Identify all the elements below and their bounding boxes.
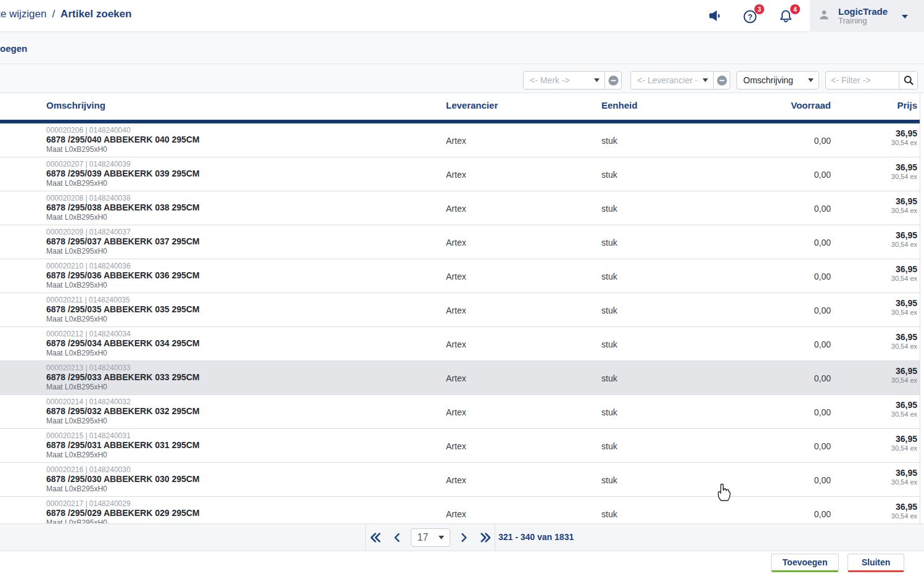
article-description-cell: 000020206 | 0148240040 6878 /295/040 ABB… bbox=[46, 126, 200, 154]
price-excl: 30,54 ex bbox=[891, 444, 917, 452]
price-cell: 36,95 30,54 ex bbox=[891, 468, 917, 486]
search-filter-group bbox=[825, 71, 918, 89]
supplier-cell: Artex bbox=[446, 441, 466, 451]
article-size: Maat L0xB295xH0 bbox=[46, 145, 200, 154]
stock-cell: 0,00 bbox=[814, 441, 831, 451]
unit-cell: stuk bbox=[601, 339, 617, 349]
top-bar: te wijzigen/Artikel zoeken ? 3 4 LogicTr bbox=[0, 0, 924, 32]
unit-cell: stuk bbox=[601, 475, 617, 485]
price-excl: 30,54 ex bbox=[891, 206, 917, 215]
table-row[interactable]: 000020213 | 0148240033 6878 /295/033 ABB… bbox=[0, 361, 920, 395]
stock-cell: 0,00 bbox=[814, 407, 831, 417]
clear-supplier-filter-button[interactable] bbox=[713, 72, 730, 89]
price-cell: 36,95 30,54 ex bbox=[891, 400, 917, 418]
article-name: 6878 /295/040 ABBEKERK 040 295CM bbox=[46, 135, 200, 145]
article-code: 000020207 | 0148240039 bbox=[46, 160, 200, 168]
table-row[interactable]: 000020211 | 0148240035 6878 /295/035 ABB… bbox=[0, 293, 920, 327]
price-excl: 30,54 ex bbox=[891, 512, 917, 520]
column-header-prijs[interactable]: Prijs bbox=[897, 100, 917, 110]
announcements-icon[interactable] bbox=[707, 8, 723, 24]
stock-cell: 0,00 bbox=[814, 339, 831, 349]
table-row[interactable]: 000020214 | 0148240032 6878 /295/032 ABB… bbox=[0, 395, 920, 429]
supplier-select[interactable]: <- Leverancier -> bbox=[631, 75, 697, 85]
article-size: Maat L0xB295xH0 bbox=[46, 485, 200, 493]
breadcrumb-current: Artikel zoeken bbox=[60, 8, 131, 20]
breadcrumb-parent[interactable]: te wijzigen bbox=[0, 8, 46, 20]
price-excl: 30,54 ex bbox=[891, 138, 917, 147]
article-name: 6878 /295/039 ABBEKERK 039 295CM bbox=[46, 168, 200, 179]
brand-select[interactable]: <- Merk -> bbox=[524, 75, 588, 85]
article-name: 6878 /295/032 ABBEKERK 032 295CM bbox=[46, 406, 200, 417]
table-row[interactable]: 000020216 | 0148240030 6878 /295/030 ABB… bbox=[0, 463, 920, 497]
stock-cell: 0,00 bbox=[814, 136, 831, 146]
first-page-icon[interactable] bbox=[368, 530, 384, 546]
page-number-select[interactable]: 17 bbox=[411, 528, 450, 547]
search-input[interactable] bbox=[826, 75, 899, 85]
article-name: 6878 /295/038 ABBEKERK 038 295CM bbox=[46, 202, 200, 213]
modal-header: oegen bbox=[0, 32, 924, 64]
table-row[interactable]: 000020212 | 0148240034 6878 /295/034 ABB… bbox=[0, 327, 920, 361]
price-excl: 30,54 ex bbox=[891, 308, 917, 317]
article-description-cell: 000020212 | 0148240034 6878 /295/034 ABB… bbox=[46, 330, 200, 357]
table-row[interactable]: 000020209 | 0148240037 6878 /295/037 ABB… bbox=[0, 225, 920, 259]
price-cell: 36,95 30,54 ex bbox=[891, 264, 917, 283]
brand-filter-group: <- Merk -> bbox=[523, 71, 622, 89]
unit-cell: stuk bbox=[601, 441, 617, 451]
article-description-cell: 000020208 | 0148240038 6878 /295/038 ABB… bbox=[46, 194, 200, 222]
supplier-cell: Artex bbox=[446, 136, 466, 146]
table-row[interactable]: 000020207 | 0148240039 6878 /295/039 ABB… bbox=[0, 157, 920, 191]
next-page-icon[interactable] bbox=[456, 530, 472, 546]
article-description-cell: 000020214 | 0148240032 6878 /295/032 ABB… bbox=[46, 397, 200, 425]
stock-cell: 0,00 bbox=[814, 373, 831, 383]
article-code: 000020208 | 0148240038 bbox=[46, 194, 200, 202]
price-cell: 36,95 30,54 ex bbox=[891, 332, 917, 351]
article-size: Maat L0xB295xH0 bbox=[46, 179, 200, 188]
table-row[interactable]: 000020210 | 0148240036 6878 /295/036 ABB… bbox=[0, 259, 920, 293]
supplier-cell: Artex bbox=[446, 170, 466, 180]
breadcrumb: te wijzigen/Artikel zoeken bbox=[0, 8, 131, 20]
price-cell: 36,95 30,54 ex bbox=[891, 196, 917, 215]
article-name: 6878 /295/029 ABBEKERK 029 295CM bbox=[46, 508, 200, 518]
modal-title: oegen bbox=[0, 43, 27, 54]
close-button[interactable]: Sluiten bbox=[848, 554, 904, 572]
article-code: 000020213 | 0148240033 bbox=[46, 364, 200, 372]
unit-cell: stuk bbox=[601, 238, 617, 247]
column-header-voorraad[interactable]: Voorraad bbox=[791, 100, 831, 110]
last-page-icon[interactable] bbox=[477, 530, 493, 546]
article-code: 000020215 | 0148240031 bbox=[46, 431, 200, 440]
column-header-omschrijving[interactable]: Omschrijving bbox=[46, 100, 105, 110]
stock-cell: 0,00 bbox=[814, 170, 831, 180]
chevron-down-icon bbox=[697, 78, 713, 82]
svg-text:?: ? bbox=[748, 13, 753, 22]
article-size: Maat L0xB295xH0 bbox=[46, 518, 200, 523]
table-row[interactable]: 000020217 | 0148240029 6878 /295/029 ABB… bbox=[0, 497, 920, 523]
supplier-cell: Artex bbox=[446, 238, 466, 247]
notifications-badge: 4 bbox=[790, 4, 800, 14]
table-row[interactable]: 000020208 | 0148240038 6878 /295/038 ABB… bbox=[0, 191, 920, 225]
supplier-filter-group: <- Leverancier -> bbox=[630, 71, 730, 89]
user-menu[interactable]: LogicTrade Training bbox=[810, 0, 924, 32]
article-size: Maat L0xB295xH0 bbox=[46, 451, 200, 459]
help-icon[interactable]: ? 3 bbox=[742, 8, 758, 24]
article-code: 000020209 | 0148240037 bbox=[46, 228, 200, 236]
column-header-leverancier[interactable]: Leverancier bbox=[446, 100, 498, 110]
article-name: 6878 /295/031 ABBEKERK 031 295CM bbox=[46, 440, 200, 451]
notifications-bell-icon[interactable]: 4 bbox=[778, 8, 794, 24]
search-column-select[interactable]: Omschrijving bbox=[736, 71, 819, 89]
column-header-eenheid[interactable]: Eenheid bbox=[601, 100, 637, 110]
add-button[interactable]: Toevoegen bbox=[771, 554, 839, 572]
article-description-cell: 000020216 | 0148240030 6878 /295/030 ABB… bbox=[46, 465, 200, 493]
table-row[interactable]: 000020215 | 0148240031 6878 /295/031 ABB… bbox=[0, 429, 920, 463]
price-incl: 36,95 bbox=[891, 128, 917, 138]
stock-cell: 0,00 bbox=[814, 306, 831, 315]
article-name: 6878 /295/036 ABBEKERK 036 295CM bbox=[46, 270, 200, 281]
table-row[interactable]: 000020206 | 0148240040 6878 /295/040 ABB… bbox=[0, 123, 920, 157]
price-excl: 30,54 ex bbox=[891, 342, 917, 351]
previous-page-icon[interactable] bbox=[389, 530, 405, 546]
clear-brand-filter-button[interactable] bbox=[604, 72, 621, 89]
article-size: Maat L0xB295xH0 bbox=[46, 383, 200, 391]
supplier-cell: Artex bbox=[446, 306, 466, 315]
search-icon[interactable] bbox=[899, 72, 917, 89]
article-name: 6878 /295/033 ABBEKERK 033 295CM bbox=[46, 372, 200, 383]
unit-cell: stuk bbox=[601, 407, 617, 417]
